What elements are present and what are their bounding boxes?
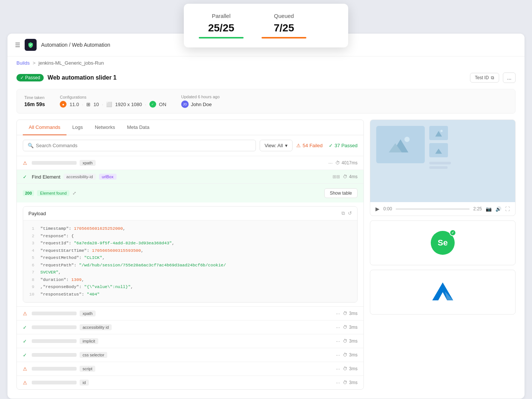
main-container: ☰ Automation / Web Automation Builds > j… bbox=[7, 34, 525, 399]
table-row[interactable]: ✓ accessibility id ··· ⏱ 3ms bbox=[17, 320, 364, 334]
queued-section: Queued 7/25 bbox=[262, 13, 306, 38]
status-left: ✓ Passed Web automation slider 1 bbox=[16, 74, 117, 81]
more-icon[interactable]: ··· bbox=[336, 324, 340, 330]
show-table-button[interactable]: Show table bbox=[324, 188, 358, 198]
parallel-value: 25/25 bbox=[208, 22, 234, 34]
view-all-button[interactable]: View: All ▾ bbox=[260, 140, 293, 151]
more-icon[interactable]: ··· bbox=[336, 310, 340, 316]
commands-toolbar: 🔍 View: All ▾ ⚠ 54 Failed ✓ 37 Passed bbox=[17, 135, 364, 156]
expanded-area: 200 Element found ⤢ Show table bbox=[17, 183, 364, 202]
updated-section: Updated 6 hours ago JD John Doe bbox=[181, 95, 220, 108]
cmd-tag: xpath bbox=[80, 310, 96, 316]
more-icon[interactable]: ··· bbox=[336, 338, 340, 344]
small-thumb bbox=[429, 126, 448, 140]
windows-version: 10 bbox=[93, 102, 99, 107]
resolution-value: 1920 x 1080 bbox=[115, 102, 142, 107]
fail-icon: ⚠ bbox=[23, 380, 29, 386]
clock-icon: ⏱ bbox=[343, 174, 347, 179]
table-row[interactable]: ✓ Find Element accessibility-id urlBox ⊞… bbox=[17, 170, 364, 183]
command-text-bar bbox=[32, 381, 77, 384]
parallel-section: Parallel 25/25 bbox=[199, 13, 244, 38]
cmd-time: ⏱ 3ms bbox=[343, 352, 358, 358]
more-icon[interactable]: ··· bbox=[336, 366, 340, 372]
menu-icon[interactable]: ☰ bbox=[15, 41, 20, 49]
video-icons: 📷 🔊 ⛶ bbox=[486, 206, 510, 212]
updated-label: Updated 6 hours ago bbox=[181, 95, 220, 99]
failed-stat: ⚠ 54 Failed bbox=[296, 143, 322, 148]
app-logo bbox=[25, 39, 37, 51]
tab-logs[interactable]: Logs bbox=[66, 120, 89, 135]
search-icon: 🔍 bbox=[28, 143, 34, 148]
commands-list: ⚠ xpath ··· ⏱ 4017ms ✓ Find Element acce… bbox=[17, 156, 364, 389]
clock-icon: ⏱ bbox=[335, 160, 340, 166]
play-button[interactable]: ▶ bbox=[375, 206, 380, 212]
clock-icon: ⏱ bbox=[343, 366, 347, 371]
payload-actions: ⧉ ↺ bbox=[341, 210, 352, 216]
windows-icon: ⊞ bbox=[86, 102, 90, 107]
tab-networks[interactable]: Networks bbox=[89, 120, 121, 135]
svg-point-3 bbox=[405, 137, 410, 142]
pass-icon: ✓ bbox=[23, 338, 29, 344]
clock-icon: ⏱ bbox=[343, 380, 347, 385]
clock-icon: ⏱ bbox=[343, 352, 347, 358]
table-row[interactable]: ✓ css selector ··· ⏱ 3ms bbox=[17, 348, 364, 362]
element-found-badge: Element found bbox=[37, 190, 69, 196]
video-progress-bar[interactable] bbox=[396, 208, 469, 210]
stats-row: ⚠ 54 Failed ✓ 37 Passed bbox=[296, 143, 358, 148]
command-text-bar bbox=[32, 353, 77, 357]
config-items: ● 11.0 · ⊞ 10 · ⬜ 1920 x 1080 · ✓ ON bbox=[60, 101, 166, 108]
more-icon[interactable]: ··· bbox=[336, 380, 340, 386]
selenium-logo-container: Se ✓ bbox=[431, 231, 455, 255]
cmd-tag: css selector bbox=[80, 352, 107, 358]
status-200-badge: 200 bbox=[23, 190, 34, 196]
config-group: Configurations ● 11.0 · ⊞ 10 · ⬜ 1920 x … bbox=[60, 95, 166, 108]
command-text-bar bbox=[32, 339, 77, 343]
clock-icon: ⏱ bbox=[343, 338, 347, 344]
clock-icon: ⏱ bbox=[343, 311, 347, 316]
test-id-button[interactable]: Test ID ⧉ bbox=[470, 73, 499, 83]
breadcrumb-sep: > bbox=[33, 60, 35, 66]
breadcrumb-link[interactable]: Builds bbox=[16, 60, 30, 66]
table-row[interactable]: ⚠ id ··· ⏱ 3ms bbox=[17, 375, 364, 389]
table-row[interactable]: ⚠ script ··· ⏱ 3ms bbox=[17, 362, 364, 375]
check-icon: ✓ bbox=[329, 143, 333, 148]
fullscreen-icon[interactable]: ⛶ bbox=[505, 206, 510, 212]
command-text-bar bbox=[32, 312, 77, 315]
pass-icon: ✓ bbox=[23, 174, 29, 180]
build-title: Web automation slider 1 bbox=[47, 74, 117, 81]
copy-payload-icon[interactable]: ⧉ bbox=[341, 210, 345, 216]
table-row[interactable]: ⚠ xpath ··· ⏱ 4017ms bbox=[17, 156, 364, 170]
time-value: 16m 59s bbox=[24, 101, 45, 107]
cmd-tag: id bbox=[80, 380, 89, 386]
left-panel: All Commands Logs Networks Meta Data 🔍 V… bbox=[16, 120, 364, 390]
table-row[interactable]: ✓ implicit ··· ⏱ 3ms bbox=[17, 334, 364, 348]
selenium-card: Se ✓ bbox=[370, 220, 516, 265]
command-text-bar bbox=[32, 325, 77, 329]
camera-icon[interactable]: 📷 bbox=[486, 206, 492, 212]
search-input[interactable] bbox=[36, 143, 251, 148]
tab-all-commands[interactable]: All Commands bbox=[23, 120, 66, 135]
more-icon[interactable]: ··· bbox=[336, 352, 340, 358]
side-thumbnails bbox=[429, 126, 451, 169]
queued-value: 7/25 bbox=[274, 22, 294, 34]
more-options-button[interactable]: ... bbox=[503, 72, 516, 83]
table-row[interactable]: ⚠ xpath ··· ⏱ 3ms bbox=[17, 306, 364, 320]
refresh-icon[interactable]: ↺ bbox=[348, 210, 352, 216]
expand-icon[interactable]: ⤢ bbox=[72, 191, 76, 196]
tab-meta-data[interactable]: Meta Data bbox=[121, 120, 155, 135]
passed-badge: ✓ Passed bbox=[16, 74, 44, 81]
queued-bar bbox=[262, 37, 306, 38]
status-actions: Test ID ⧉ ... bbox=[470, 72, 516, 83]
breadcrumb: Builds > jenkins-ML_Generic_jobs-Run bbox=[7, 56, 525, 69]
more-icon[interactable]: ··· bbox=[328, 160, 333, 166]
volume-icon[interactable]: 🔊 bbox=[495, 206, 501, 212]
cmd-time: ⏱ 3ms bbox=[343, 338, 358, 344]
command-text-bar bbox=[32, 367, 77, 371]
status-row: ✓ Passed Web automation slider 1 Test ID… bbox=[7, 69, 525, 89]
chrome-version: 11.0 bbox=[69, 102, 79, 107]
info-bar: Time taken 16m 59s Configurations ● 11.0… bbox=[16, 89, 516, 114]
small-thumb-2 bbox=[429, 143, 448, 157]
right-panel: ▶ 0:00 2:25 📷 🔊 ⛶ Se ✓ bbox=[370, 120, 516, 390]
chevron-down-icon: ▾ bbox=[285, 143, 288, 148]
cmd-urlbox-tag: urlBox bbox=[99, 174, 117, 180]
